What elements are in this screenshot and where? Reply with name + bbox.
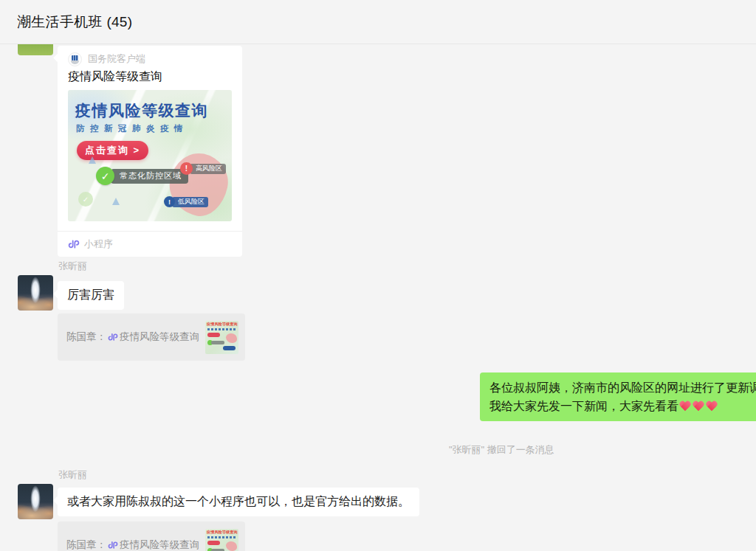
cover-query-button: 点击查询 >	[77, 141, 148, 160]
thumb-risk-blob	[226, 541, 237, 551]
map-pin-icon	[89, 156, 96, 164]
own-message-line2-text: 我给大家先发一下新闻，大家先看看	[489, 400, 678, 412]
tag-high-risk: ! 高风险区	[180, 162, 226, 175]
tag-high-label: 高风险区	[190, 164, 226, 174]
thumb-button-shape	[207, 541, 220, 545]
avatar[interactable]	[18, 484, 53, 519]
map-pin-icon	[112, 198, 120, 205]
check-icon: ✓	[96, 167, 114, 185]
own-message-line2: 我给大家先发一下新闻，大家先看看	[489, 397, 756, 415]
mini-program-icon	[68, 238, 80, 250]
own-message-bubble[interactable]: 各位叔叔阿姨，济南市的风险区的网址进行了更新调 我给大家先发一下新闻，大家先看看	[480, 372, 756, 421]
sender-name: 张昕丽	[58, 260, 87, 273]
recall-notice: "张昕丽" 撤回了一条消息	[449, 443, 554, 457]
thumb-button-shape	[207, 333, 220, 337]
check-icon-faded: ✓	[78, 192, 93, 207]
thumb-risk-blob	[226, 333, 237, 343]
tag-normal-label: 常态化防控区域	[111, 169, 188, 184]
message-text: 厉害厉害	[67, 288, 114, 303]
heart-icon	[693, 401, 704, 412]
card-divider	[58, 231, 242, 232]
mini-program-source: 国务院客户端	[68, 52, 145, 66]
exclamation-icon: !	[180, 162, 193, 175]
bubble-tail	[53, 496, 63, 505]
mini-program-footer: 小程序	[68, 236, 113, 252]
thumb-gray-pill	[211, 341, 224, 344]
quote-title: 疫情风险等级查询	[120, 538, 199, 551]
bubble-tail	[53, 53, 63, 63]
quote-thumbnail: 疫情风险等级查询	[205, 529, 238, 551]
quoted-mini-program[interactable]: 陈国章： 疫情风险等级查询 疫情风险等级查询	[58, 313, 245, 361]
cover-headline: 疫情风险等级查询	[75, 100, 208, 121]
thumb-headline: 疫情风险等级查询	[207, 530, 238, 534]
mini-program-footer-label: 小程序	[84, 238, 113, 251]
thumb-blue-pill	[223, 346, 236, 350]
sender-name: 张昕丽	[58, 468, 87, 482]
thumb-subtitle-row	[207, 328, 236, 330]
tag-low-label: 低风险区	[172, 197, 208, 207]
mini-program-icon	[108, 332, 118, 342]
wechat-chat-window: 潮生活手机班 (45) 国务院客户端 疫情风险等级查询 疫情风险等级查询 防控新…	[0, 0, 756, 551]
quoted-mini-program[interactable]: 陈国章： 疫情风险等级查询 疫情风险等级查询	[58, 521, 245, 551]
quote-sender: 陈国章：	[66, 538, 106, 551]
chat-header: 潮生活手机班 (45)	[0, 0, 756, 44]
quote-thumbnail: 疫情风险等级查询	[205, 321, 238, 354]
own-message-line1: 各位叔叔阿姨，济南市的风险区的网址进行了更新调	[489, 378, 756, 397]
cover-subtitle: 防控新冠肺炎疫情	[76, 123, 188, 134]
tag-low-risk: ! 低风险区	[164, 196, 208, 207]
message-text: 或者大家用陈叔叔的这一个小程序也可以，也是官方给出的数据。	[67, 494, 410, 510]
avatar[interactable]	[18, 275, 53, 311]
quote-sender: 陈国章：	[66, 330, 106, 344]
exclamation-icon: !	[164, 196, 175, 207]
chat-title: 潮生活手机班 (45)	[17, 13, 132, 32]
thumb-subtitle-row	[207, 536, 236, 538]
mini-program-card[interactable]: 国务院客户端 疫情风险等级查询 疫情风险等级查询 防控新冠肺炎疫情 点击查询 >…	[58, 46, 242, 257]
tag-normal-zone: ✓ 常态化防控区域	[96, 167, 188, 185]
mini-program-cover-image[interactable]: 疫情风险等级查询 防控新冠肺炎疫情 点击查询 > ✓ 常态化防控区域 ! 高风险…	[68, 90, 232, 221]
mini-program-title: 疫情风险等级查询	[68, 69, 162, 85]
message-bubble[interactable]: 厉害厉害	[58, 281, 124, 310]
thumb-headline: 疫情风险等级查询	[207, 322, 238, 326]
quote-title: 疫情风险等级查询	[120, 330, 199, 344]
mini-program-icon	[108, 540, 118, 550]
mini-program-source-label: 国务院客户端	[88, 52, 145, 66]
message-bubble[interactable]: 或者大家用陈叔叔的这一个小程序也可以，也是官方给出的数据。	[58, 488, 419, 516]
heart-icon	[679, 401, 691, 412]
heart-icon	[706, 401, 718, 412]
quote-text: 陈国章： 疫情风险等级查询	[66, 313, 199, 361]
quote-text: 陈国章： 疫情风险等级查询	[66, 521, 199, 551]
bubble-tail	[53, 289, 63, 299]
gov-app-icon	[68, 52, 82, 66]
